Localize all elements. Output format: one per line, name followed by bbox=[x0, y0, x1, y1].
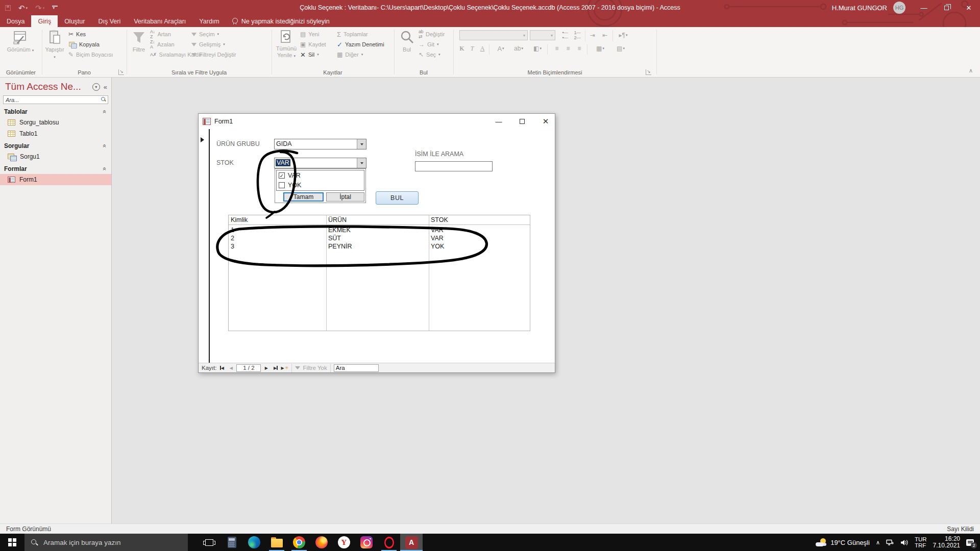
tab-yardim[interactable]: Yardım bbox=[192, 15, 226, 27]
form-minimize-button[interactable]: — bbox=[495, 118, 503, 126]
replace-button[interactable]: ab⇄ Değiştir bbox=[419, 29, 445, 39]
bullet-list-button[interactable]: •—•— bbox=[559, 30, 571, 40]
collapse-section-icon[interactable]: » bbox=[101, 167, 108, 171]
iptal-button[interactable]: İptal bbox=[326, 192, 364, 202]
highlight-color-button[interactable]: ab▾ bbox=[510, 43, 527, 54]
nav-search-input[interactable] bbox=[3, 95, 108, 104]
option-var[interactable]: ✓ VAR bbox=[277, 170, 364, 180]
access-button[interactable]: A bbox=[400, 534, 423, 551]
fill-color-button[interactable]: ◧▾ bbox=[530, 43, 545, 54]
increase-indent-button[interactable]: ⇥ bbox=[587, 30, 598, 40]
save-record-button[interactable]: ▣ Kaydet bbox=[300, 39, 326, 49]
product-group-combo[interactable]: GIDA bbox=[274, 139, 366, 149]
select-button[interactable]: ↖ Seç▾ bbox=[419, 49, 440, 60]
alternate-row-color-button[interactable]: ▤▾ bbox=[612, 43, 629, 54]
table-row[interactable]: 2 SÜT VAR bbox=[229, 234, 530, 242]
bul-button[interactable]: BUL bbox=[376, 191, 419, 205]
align-right-button[interactable]: ≡ bbox=[574, 43, 585, 54]
avatar[interactable]: HG bbox=[893, 2, 905, 14]
nav-menu-icon[interactable]: ▾ bbox=[92, 83, 100, 91]
tab-veritabani-araclari[interactable]: Veritabanı Araçları bbox=[127, 15, 192, 27]
clipboard-dialog-launcher-icon[interactable]: ↘ bbox=[118, 69, 124, 75]
font-name-select[interactable]: ▾ bbox=[459, 30, 528, 40]
stock-combo[interactable]: VAR bbox=[274, 158, 366, 168]
numbered-list-button[interactable]: 1—2— bbox=[572, 30, 583, 40]
option-yok[interactable]: YOK bbox=[277, 180, 364, 190]
copy-button[interactable]: Kopyala bbox=[68, 39, 100, 49]
minimize-button[interactable]: — bbox=[913, 0, 935, 15]
volume-icon[interactable] bbox=[900, 539, 909, 546]
align-left-button[interactable]: ≡ bbox=[551, 43, 562, 54]
cell-kimlik[interactable]: 2 bbox=[229, 234, 326, 242]
font-size-select[interactable]: ▾ bbox=[530, 30, 555, 40]
sidebar-section-queries[interactable]: Sorgular » bbox=[0, 139, 111, 151]
totals-button[interactable]: Σ Toplamlar bbox=[337, 29, 368, 39]
redo-button[interactable]: ↷▾ bbox=[35, 4, 44, 12]
view-button[interactable]: Görünüm ▾ bbox=[4, 30, 37, 54]
checkbox-unchecked-icon[interactable] bbox=[279, 182, 285, 188]
cell-stok[interactable]: VAR bbox=[429, 226, 530, 234]
taskbar-search-input[interactable] bbox=[43, 539, 171, 546]
sort-ascending-button[interactable]: A↓Z Artan bbox=[150, 29, 171, 39]
checkbox-checked-icon[interactable]: ✓ bbox=[279, 172, 285, 179]
collapse-ribbon-icon[interactable]: ∧ bbox=[969, 67, 973, 74]
tell-me-box[interactable]: Ne yapmak istediğinizi söyleyin bbox=[232, 15, 330, 27]
restore-button[interactable] bbox=[935, 0, 958, 15]
file-explorer-button[interactable] bbox=[265, 534, 288, 551]
text-formatting-dialog-launcher-icon[interactable]: ↘ bbox=[646, 69, 651, 75]
goto-button[interactable]: → Git▾ bbox=[419, 39, 439, 49]
decrease-indent-button[interactable]: ⇤ bbox=[599, 30, 610, 40]
toggle-filter-button[interactable]: Filtreyi Değiştir bbox=[191, 49, 236, 60]
font-color-button[interactable]: A▾ bbox=[493, 43, 508, 54]
filter-button[interactable]: Filtre bbox=[128, 30, 150, 53]
first-record-button[interactable]: ◀ bbox=[218, 364, 226, 372]
cut-button[interactable]: ✂ Kes bbox=[68, 29, 86, 39]
cell-urun[interactable]: EKMEK bbox=[326, 226, 429, 234]
form-maximize-button[interactable] bbox=[518, 119, 526, 124]
name-search-input[interactable] bbox=[415, 161, 493, 171]
record-search-input[interactable] bbox=[334, 364, 379, 372]
combo-dropdown-icon[interactable] bbox=[357, 139, 366, 149]
bold-button[interactable]: K bbox=[457, 43, 467, 54]
refresh-all-button[interactable]: TümünüYenile ▾ bbox=[274, 30, 299, 59]
tab-giris[interactable]: Giriş bbox=[31, 15, 58, 27]
cell-stok[interactable]: YOK bbox=[429, 242, 530, 251]
chrome-button[interactable] bbox=[288, 534, 310, 551]
save-icon[interactable] bbox=[5, 5, 11, 11]
sidebar-section-tables[interactable]: Tablolar » bbox=[0, 105, 111, 117]
collapse-section-icon[interactable]: » bbox=[101, 110, 108, 114]
close-button[interactable]: ✕ bbox=[958, 0, 980, 15]
header-kimlik[interactable]: Kimlik bbox=[229, 215, 326, 224]
underline-button[interactable]: A bbox=[478, 43, 487, 54]
tamam-button[interactable]: Tamam bbox=[283, 192, 324, 202]
header-stok[interactable]: STOK bbox=[429, 215, 530, 224]
tab-dosya[interactable]: Dosya bbox=[0, 15, 31, 27]
selection-button[interactable]: Seçim▾ bbox=[191, 29, 219, 39]
table-row[interactable]: 1 EKMEK VAR bbox=[229, 226, 530, 234]
tab-dis-veri[interactable]: Dış Veri bbox=[91, 15, 127, 27]
undo-button[interactable]: ↶▾ bbox=[18, 4, 28, 12]
calculator-button[interactable] bbox=[220, 534, 243, 551]
firefox-button[interactable] bbox=[310, 534, 333, 551]
previous-record-button[interactable]: ◀ bbox=[227, 364, 235, 372]
cell-urun[interactable]: SÜT bbox=[326, 234, 429, 242]
collapse-section-icon[interactable]: » bbox=[101, 144, 108, 148]
cell-kimlik[interactable]: 1 bbox=[229, 226, 326, 234]
shutter-close-icon[interactable]: « bbox=[104, 83, 107, 91]
sidebar-item-tablo1[interactable]: Tablo1 bbox=[0, 128, 111, 139]
sidebar-section-forms[interactable]: Formlar » bbox=[0, 162, 111, 174]
cell-stok[interactable]: VAR bbox=[429, 234, 530, 242]
yandex-button[interactable]: Y bbox=[333, 534, 355, 551]
edge-button[interactable] bbox=[243, 534, 265, 551]
find-button[interactable]: Bul bbox=[396, 30, 418, 53]
new-record-button[interactable]: ▶✳ bbox=[281, 364, 288, 372]
sidebar-item-sorgu-tablosu[interactable]: Sorgu_tablosu bbox=[0, 117, 111, 128]
combo-dropdown-icon[interactable] bbox=[357, 158, 366, 168]
gridlines-button[interactable]: ▦▾ bbox=[592, 43, 608, 54]
header-urun[interactable]: ÜRÜN bbox=[326, 215, 429, 224]
paste-button[interactable]: Yapıştır▾ bbox=[43, 30, 66, 60]
keyboard-language[interactable]: TUR TRF bbox=[915, 536, 927, 548]
form-window-titlebar[interactable]: Form1 — ✕ bbox=[199, 114, 555, 129]
opera-button[interactable] bbox=[378, 534, 400, 551]
hidden-icons-chevron[interactable]: ∧ bbox=[876, 539, 880, 546]
